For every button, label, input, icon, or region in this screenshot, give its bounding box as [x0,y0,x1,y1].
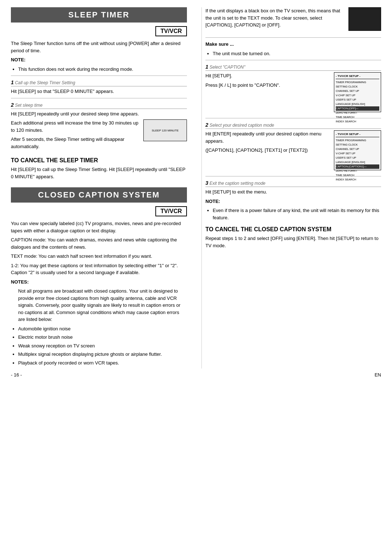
cc-note-2: Electric motor brush noise [18,334,187,341]
cc-note-0: Not all programs are broadcast with clos… [18,288,187,323]
cc-note-3: Weak snowy reception on TV screen [18,342,187,350]
caption-step3-note-label: NOTE: [205,199,220,204]
menu2-item-1: SETTING CLOCK [336,143,379,147]
cc-para4: 1-2: You may get these captions or text … [11,262,187,276]
menu1-item-3: V-CHIP SET UP [336,93,379,98]
menu2-item-4: USER'S SET UP [336,156,379,160]
black-box-section: If the unit displays a black box on the … [205,7,381,34]
note-label-sleep: NOTE: [11,57,25,62]
menu2-item-8: TIME SEARCH [336,173,379,178]
caption-step3-label: Exit the caption setting mode [209,181,265,186]
cc-notes-label: NOTES: [11,279,29,285]
menu1-item-2: CHANNEL SET UP [336,89,379,93]
caption-step1-label: Select "CAPTION" [209,65,245,70]
menu2-item-0: TIMER PROGRAMMING [336,138,379,143]
sleep-screen-display: SLEEP 120 MINUTE [143,119,187,141]
sleep-step1: 1 Call up the Sleep Timer Setting Hit [S… [11,80,187,95]
caption-step1-menu: - TV/VCR SETUP - TIMER PROGRAMMING SETTI… [334,72,381,112]
menu1-item-8: TIME SEARCH [336,115,379,119]
menu1-item-6: CAPTION-[OFF]— [336,106,379,111]
menu1-item-7: ZERO RETURN \ [336,111,379,115]
menu2-item-5: LANGUAGE [ENGLISH] [336,160,379,164]
en-label: EN [375,372,381,378]
cc-note-5: Playback of poorly recorded or worn VCR … [18,359,187,367]
menu1-item-9: INDEX SEARCH [336,119,379,124]
menu2-item-2: CHANNEL SET UP [336,147,379,151]
caption-step3-note-text: Even if there is a power failure of any … [213,207,381,221]
caption-step3: 3 Exit the caption setting mode Hit [SET… [205,180,381,221]
menu1-item-4: USER'S SET UP [336,98,379,102]
cc-note-1: Automobile ignition noise [18,325,187,333]
menu1-item-0: TIMER PROGRAMMING [336,80,379,85]
sleep-step1-label: Call up the Sleep Timer Setting [15,80,75,85]
menu2-item-6: CAPTION-[CAPTION1]— [336,164,379,169]
sleep-timer-title: SLEEP TIMER [11,7,187,23]
tv-screen-black [348,7,381,31]
cc-para1: You can view specially labeled (cc) TV p… [11,220,187,234]
page-number: - 16 - [11,372,22,378]
make-sure-label: Make sure ... [205,41,234,47]
cancel-sleep-title: TO CANCEL THE SLEEP TIMER [11,157,187,164]
closed-caption-title: CLOSED CAPTION SYSTEM [11,187,187,203]
footer: - 16 - EN [11,372,381,378]
cc-para2: CAPTION mode: You can watch dramas, movi… [11,236,187,250]
menu1-item-1: SETTING CLOCK [336,85,379,89]
tv-vcr-badge-caption: TV/VCR [155,206,187,216]
cancel-sleep-text: Hit [SLEEP] to call up the Sleep Timer S… [11,166,187,180]
sleep-step2: 2 Set sleep time Hit [SLEEP] repeatedly … [11,102,187,152]
cc-note-4: Multiplex signal reception displaying pi… [18,351,187,358]
cc-para3: TEXT mode: You can watch half screen tex… [11,253,187,260]
sleep-step2-line1: Hit [SLEEP] repeatedly until your desire… [11,110,187,118]
menu2-item-7: ZERO RETURN \ [336,169,379,173]
cancel-caption-title: TO CANCEL THE CLOSED CAPTION SYSTEM [205,226,381,233]
sleep-timer-intro: The Sleep Timer function turns off the u… [11,40,187,54]
caption-step1: 1 Select "CAPTION" - TV/VCR SETUP - TIME… [205,64,381,115]
sleep-step1-text: Hit [SLEEP] so that "SLEEP 0 MINUTE" app… [11,88,187,95]
caption-step2: 2 Select your desired caption mode - TV/… [205,122,381,173]
menu1-item-5: LANGUAGE [ENGLISH] [336,102,379,106]
cancel-caption-text: Repeat steps 1 to 2 and select [OFF] usi… [205,235,381,249]
caption-step2-label: Select your desired caption mode [209,123,274,128]
right-column: If the unit displays a black box on the … [201,7,381,368]
menu2-item-3: V-CHIP SET UP [336,151,379,156]
left-column: SLEEP TIMER TV/VCR The Sleep Timer funct… [11,7,191,368]
tv-vcr-badge-sleep: TV/VCR [155,26,187,36]
caption-step2-menu: - TV/VCR SETUP - TIMER PROGRAMMING SETTI… [334,130,381,170]
sleep-timer-note: This function does not work during the r… [18,66,187,73]
sleep-step2-label: Set sleep time [15,103,42,108]
make-sure-item: The unit must be turned on. [213,50,381,57]
caption-step3-line1: Hit [SETUP] to exit the menu. [205,188,381,196]
menu2-item-9: INDEX SEARCH [336,178,379,182]
